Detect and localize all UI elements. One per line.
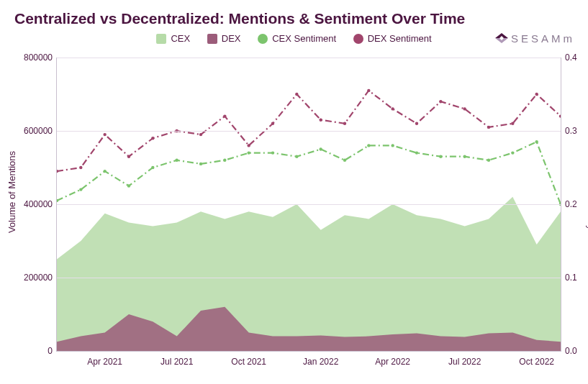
line-dex-sentiment-dot bbox=[223, 114, 226, 117]
line-cex-sentiment-dot bbox=[223, 159, 226, 162]
line-dex-sentiment-dot bbox=[439, 100, 442, 103]
line-dex-sentiment-dot bbox=[319, 119, 322, 122]
y-tick: 600000 bbox=[24, 126, 53, 136]
line-cex-sentiment bbox=[57, 142, 561, 204]
line-cex-sentiment-dot bbox=[511, 151, 514, 154]
x-tick: Jan 2022 bbox=[303, 357, 338, 367]
line-cex-sentiment-dot bbox=[295, 155, 298, 158]
chart-container: Centralized vs Decentralized: Mentions &… bbox=[0, 0, 588, 384]
line-dex-sentiment-dot bbox=[127, 155, 130, 158]
line-dex-sentiment-dot bbox=[391, 107, 394, 110]
x-tick: Oct 2022 bbox=[519, 357, 554, 367]
y-tick: 0 bbox=[48, 346, 53, 356]
line-cex-sentiment-dot bbox=[319, 147, 322, 150]
chart-title: Centralized vs Decentralized: Mentions &… bbox=[14, 10, 465, 27]
line-cex-sentiment-dot bbox=[271, 151, 274, 154]
y2-tick: 0.4 bbox=[565, 52, 577, 63]
line-dex-sentiment-dot bbox=[463, 107, 466, 110]
x-tick: Oct 2021 bbox=[231, 357, 266, 367]
line-cex-sentiment-dot bbox=[367, 144, 370, 147]
line-dex-sentiment-dot bbox=[247, 144, 250, 147]
line-cex-sentiment-dot bbox=[127, 184, 130, 187]
line-dex-sentiment-dot bbox=[367, 89, 370, 92]
y2-axis-label: Sentiment Polarity bbox=[586, 154, 589, 230]
line-cex-sentiment-dot bbox=[487, 159, 490, 162]
legend-label: DEX bbox=[222, 33, 241, 44]
legend-label: CEX Sentiment bbox=[272, 33, 336, 44]
line-cex-sentiment-dot bbox=[415, 151, 418, 154]
line-cex-sentiment-dot bbox=[439, 155, 442, 158]
plot-area: 02000004000006000008000000.00.10.20.30.4… bbox=[56, 58, 561, 352]
line-dex-sentiment-dot bbox=[511, 122, 514, 125]
line-dex-sentiment-dot bbox=[535, 93, 538, 96]
legend-item-cex[interactable]: CEX bbox=[156, 33, 190, 44]
brand-icon bbox=[494, 32, 510, 45]
line-dex-sentiment-dot bbox=[79, 166, 82, 169]
y-tick: 200000 bbox=[24, 273, 53, 283]
line-cex-sentiment-dot bbox=[79, 188, 82, 191]
line-dex-sentiment-dot bbox=[559, 114, 561, 117]
line-cex-sentiment-dot bbox=[103, 170, 106, 173]
line-dex-sentiment-dot bbox=[343, 122, 346, 125]
grid-line bbox=[57, 58, 561, 58]
swatch-dex-sent bbox=[353, 34, 363, 44]
y-tick: 400000 bbox=[24, 199, 53, 209]
line-cex-sentiment-dot bbox=[391, 144, 394, 147]
line-cex-sentiment-dot bbox=[463, 155, 466, 158]
brand-text: SESAMm bbox=[511, 32, 575, 45]
line-dex-sentiment-dot bbox=[57, 170, 58, 173]
x-tick: Apr 2022 bbox=[375, 357, 410, 367]
line-cex-sentiment-dot bbox=[199, 163, 202, 165]
line-dex-sentiment-dot bbox=[103, 133, 106, 136]
legend-label: CEX bbox=[171, 33, 190, 44]
legend-item-cex-sent[interactable]: CEX Sentiment bbox=[258, 33, 336, 44]
line-cex-sentiment-dot bbox=[535, 140, 538, 143]
swatch-cex bbox=[156, 34, 166, 44]
legend-item-dex-sent[interactable]: DEX Sentiment bbox=[353, 33, 432, 44]
line-dex-sentiment-dot bbox=[151, 137, 154, 140]
y2-tick: 0.3 bbox=[565, 126, 577, 136]
line-dex-sentiment-dot bbox=[487, 126, 490, 129]
line-dex-sentiment-dot bbox=[271, 122, 274, 125]
line-cex-sentiment-dot bbox=[247, 151, 250, 154]
y-tick: 800000 bbox=[24, 52, 53, 63]
swatch-cex-sent bbox=[258, 34, 268, 44]
x-tick: Apr 2021 bbox=[87, 357, 122, 367]
line-dex-sentiment-dot bbox=[295, 93, 298, 96]
swatch-dex bbox=[207, 34, 217, 44]
y2-tick: 0.0 bbox=[565, 346, 577, 356]
line-cex-sentiment-dot bbox=[343, 159, 346, 162]
line-cex-sentiment-dot bbox=[175, 159, 178, 162]
legend-item-dex[interactable]: DEX bbox=[207, 33, 241, 44]
grid-line bbox=[57, 204, 561, 205]
grid-line bbox=[57, 278, 561, 278]
x-tick: Jul 2022 bbox=[448, 357, 481, 367]
brand-logo: SESAMm bbox=[494, 32, 575, 45]
y2-tick: 0.2 bbox=[565, 199, 577, 209]
line-dex-sentiment-dot bbox=[199, 133, 202, 136]
line-cex-sentiment-dot bbox=[151, 166, 154, 169]
x-tick: Jul 2021 bbox=[160, 357, 193, 367]
line-dex-sentiment-dot bbox=[415, 122, 418, 125]
legend-label: DEX Sentiment bbox=[368, 33, 432, 44]
y-axis-label: Volume of Mentions bbox=[6, 151, 17, 233]
y2-tick: 0.1 bbox=[565, 273, 577, 283]
grid-line bbox=[57, 131, 561, 132]
